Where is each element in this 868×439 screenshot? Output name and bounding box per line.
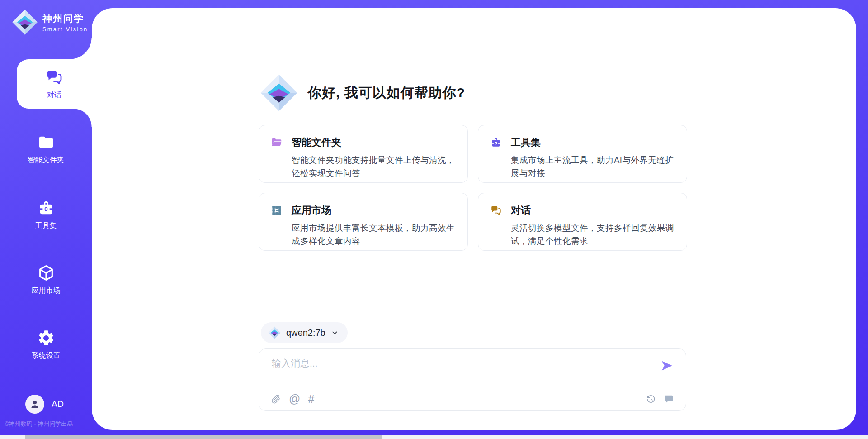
- person-icon: [29, 399, 40, 410]
- topic-button[interactable]: #: [308, 393, 314, 405]
- history-icon: [646, 394, 656, 404]
- sidebar-item-label: 系统设置: [32, 351, 61, 361]
- chat-icon: [490, 205, 502, 216]
- message-input[interactable]: [271, 356, 650, 382]
- attach-button[interactable]: [271, 394, 281, 404]
- card-title: 应用市场: [292, 204, 331, 217]
- sidebar: 神州问学 Smart Vision 对话 智能文件夹: [0, 0, 92, 439]
- chevron-down-icon: [331, 329, 339, 337]
- card-description: 集成市场上主流工具，助力AI与外界无缝扩展与对接: [511, 153, 675, 180]
- assistant-logo-icon: [260, 74, 298, 112]
- main-panel: 你好, 我可以如何帮助你? 智能文件夹 智能文件夹功能支持批量文件上传与清洗，轻…: [92, 8, 856, 430]
- brand: 神州问学 Smart Vision: [12, 9, 88, 35]
- sidebar-item-label: 智能文件夹: [28, 156, 64, 165]
- paperclip-icon: [271, 394, 281, 404]
- sidebar-item-toolbox[interactable]: 工具集: [0, 191, 92, 239]
- user-initials: AD: [52, 399, 64, 409]
- sidebar-item-label: 工具集: [35, 221, 57, 231]
- card-app-market[interactable]: 应用市场 应用市场提供丰富长文本模板，助力高效生成多样化文章内容: [259, 193, 468, 251]
- toolbox-icon: [490, 137, 502, 148]
- hash-icon: #: [308, 393, 314, 405]
- history-button[interactable]: [646, 394, 656, 404]
- card-title: 工具集: [511, 136, 541, 149]
- card-description: 应用市场提供丰富长文本模板，助力高效生成多样化文章内容: [292, 221, 456, 248]
- folder-open-icon: [271, 137, 283, 148]
- tab-top-corner: [70, 38, 92, 59]
- composer-toolbar: @ #: [271, 393, 674, 405]
- quick-message-button[interactable]: [664, 394, 674, 404]
- welcome-header: 你好, 我可以如何帮助你?: [260, 74, 465, 112]
- folder-icon: [37, 134, 55, 152]
- brand-subtitle: Smart Vision: [42, 26, 88, 33]
- gear-icon: [37, 329, 55, 347]
- mention-button[interactable]: @: [289, 393, 300, 405]
- cube-icon: [37, 264, 55, 282]
- sidebar-item-chat[interactable]: 对话: [17, 59, 92, 109]
- tab-bottom-corner: [74, 109, 92, 127]
- brand-logo-icon: [12, 9, 38, 35]
- card-smart-folder[interactable]: 智能文件夹 智能文件夹功能支持批量文件上传与清洗，轻松实现文件问答: [259, 125, 468, 183]
- send-button[interactable]: [660, 359, 674, 373]
- card-description: 灵活切换多模型文件，支持多样回复效果调试，满足个性化需求: [511, 221, 675, 248]
- app-root: 神州问学 Smart Vision 对话 智能文件夹: [0, 0, 868, 439]
- at-icon: @: [289, 393, 300, 405]
- feature-cards: 智能文件夹 智能文件夹功能支持批量文件上传与清洗，轻松实现文件问答 工具集 集成…: [259, 125, 687, 251]
- sidebar-item-label: 应用市场: [32, 286, 61, 296]
- avatar: [25, 395, 44, 414]
- toolbox-icon: [37, 199, 55, 217]
- scrollbar-thumb[interactable]: [25, 435, 382, 439]
- sidebar-item-folders[interactable]: 智能文件夹: [0, 126, 92, 173]
- sidebar-item-market[interactable]: 应用市场: [0, 256, 92, 303]
- chat-icon: [45, 68, 63, 86]
- model-selector[interactable]: qwen2:7b: [261, 322, 348, 343]
- brand-text: 神州问学 Smart Vision: [42, 12, 88, 33]
- brand-name: 神州问学: [42, 12, 88, 25]
- model-logo-icon: [268, 326, 281, 339]
- card-title: 智能文件夹: [292, 136, 341, 149]
- card-toolbox[interactable]: 工具集 集成市场上主流工具，助力AI与外界无缝扩展与对接: [478, 125, 687, 183]
- greeting-text: 你好, 我可以如何帮助你?: [308, 84, 465, 102]
- send-icon: [660, 359, 674, 372]
- card-title: 对话: [511, 204, 531, 217]
- composer: @ #: [259, 348, 686, 411]
- sidebar-item-label: 对话: [47, 91, 61, 100]
- grid-icon: [271, 205, 283, 216]
- card-description: 智能文件夹功能支持批量文件上传与清洗，轻松实现文件问答: [292, 153, 456, 180]
- sidebar-item-settings[interactable]: 系统设置: [0, 321, 92, 368]
- horizontal-scrollbar[interactable]: [0, 435, 868, 439]
- card-chat[interactable]: 对话 灵活切换多模型文件，支持多样回复效果调试，满足个性化需求: [478, 193, 687, 251]
- model-name: qwen2:7b: [286, 328, 326, 338]
- user-profile[interactable]: AD: [25, 395, 64, 414]
- message-icon: [664, 394, 674, 404]
- composer-divider: [270, 387, 675, 387]
- copyright: ©神州数码 · 神州问学出品: [5, 420, 73, 428]
